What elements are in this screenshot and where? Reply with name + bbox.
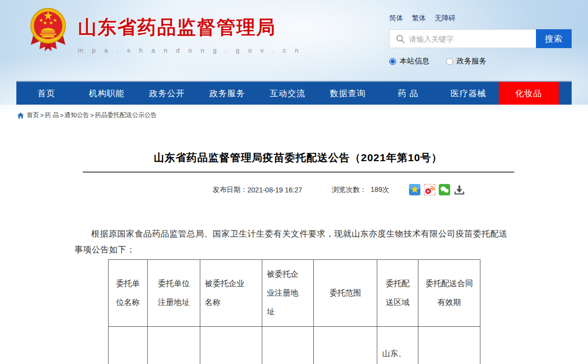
- col-entrusted-company-address: 被委托企 业注册地 址: [262, 260, 314, 327]
- publish-date-value: 2021-08-19 16:27: [247, 186, 302, 194]
- breadcrumb-home[interactable]: 首页: [27, 111, 39, 120]
- nav-item-home[interactable]: 首页: [16, 82, 77, 105]
- download-icon[interactable]: [454, 184, 465, 195]
- nav-item-gov-disclosure[interactable]: 政务公开: [137, 82, 197, 105]
- search-scope-options: 本站信息 政务服务: [389, 57, 572, 66]
- article: 山东省药品监督管理局疫苗委托配送公告（2021年第10号） 发布日期： 2021…: [0, 150, 588, 364]
- col-entrusting-unit-address: 委托单位 注册地址: [148, 260, 200, 327]
- search-icon: [396, 34, 405, 44]
- breadcrumb-drugs[interactable]: 药 品: [45, 111, 59, 120]
- article-meta: 发布日期： 2021-08-19 16:27 浏览次数： 189次: [47, 184, 588, 195]
- nav-item-functions[interactable]: 机构职能: [77, 82, 137, 105]
- home-icon: [17, 113, 24, 119]
- table-header-row: 委托单 位名称 委托单位 注册地址 被委托企业 名称 被委托企 业注册地 址 委…: [109, 260, 480, 327]
- views-value: 189次: [371, 185, 389, 194]
- delegation-table: 委托单 位名称 委托单位 注册地址 被委托企业 名称 被委托企 业注册地 址 委…: [108, 259, 480, 364]
- breadcrumb-current: 药品委托配送公示公告: [95, 111, 157, 120]
- nav-item-gov-services[interactable]: 政务服务: [197, 82, 258, 105]
- table-row: 山东、: [109, 327, 480, 364]
- breadcrumb: 首页 > 药 品 > 通知公告 > 药品委托配送公示公告: [0, 105, 588, 121]
- page-title: 山东省药品监督管理局疫苗委托配送公告（2021年第10号）: [83, 150, 513, 165]
- col-delivery-region: 委托配 送区域: [377, 260, 418, 327]
- site-logo-block: 山东省药品监督管理局 m p a . s h a n d o n g . g o…: [26, 5, 302, 54]
- nav-item-medical-devices[interactable]: 医疗器械: [438, 82, 499, 105]
- publish-date-label: 发布日期：: [213, 185, 247, 194]
- wechat-share-icon[interactable]: [439, 184, 450, 195]
- national-emblem-logo: [26, 5, 70, 53]
- nav-item-data-query[interactable]: 数据查询: [318, 82, 378, 105]
- views-label: 浏览次数：: [332, 185, 367, 194]
- col-entrusted-company-name: 被委托企业 名称: [200, 260, 262, 327]
- title-divider: [83, 172, 514, 173]
- search-box: [389, 29, 536, 48]
- site-url: m p a . s h a n d o n g . g o v . c n: [78, 47, 302, 54]
- lang-link-traditional[interactable]: 繁体: [412, 14, 426, 22]
- search-input[interactable]: [409, 35, 536, 43]
- col-entrusting-unit-name: 委托单 位名称: [109, 260, 148, 327]
- share-icons: [409, 184, 469, 195]
- scope-site-info[interactable]: 本站信息: [389, 57, 429, 66]
- main-nav: 首页 机构职能 政务公开 政务服务 互动交流 数据查询 药 品 医疗器械 化妆品: [16, 82, 572, 105]
- scope-gov-services[interactable]: 政务服务: [446, 57, 486, 66]
- search-button[interactable]: 搜索: [536, 29, 572, 48]
- weibo-share-icon[interactable]: [424, 184, 435, 195]
- delivery-region-cell: 山东、: [377, 327, 418, 364]
- lang-link-accessibility[interactable]: 无障碍: [435, 14, 456, 22]
- radio-unselected-icon[interactable]: [446, 58, 453, 65]
- site-title: 山东省药品监督管理局: [78, 15, 302, 40]
- qzone-share-icon[interactable]: [409, 184, 420, 195]
- lang-link-simplified[interactable]: 简体: [389, 14, 403, 22]
- col-contract-validity: 委托配送合同 有效期: [418, 260, 480, 327]
- breadcrumb-notices[interactable]: 通知公告: [64, 111, 89, 120]
- nav-item-interaction[interactable]: 互动交流: [257, 82, 318, 105]
- article-paragraph: 根据原国家食品药品监管总局、国家卫生计生委有关文件要求，现就山东亦度生物技术有限…: [74, 226, 513, 258]
- col-delegation-scope: 委托范围: [314, 260, 377, 327]
- nav-item-drugs[interactable]: 药 品: [378, 82, 438, 105]
- language-links: 简体 繁体 无障碍: [389, 14, 572, 23]
- radio-selected-icon[interactable]: [389, 58, 396, 65]
- nav-item-cosmetics[interactable]: 化妆品: [499, 82, 559, 105]
- site-header: 山东省药品监督管理局 m p a . s h a n d o n g . g o…: [0, 0, 588, 105]
- nav-spacer: [559, 82, 572, 105]
